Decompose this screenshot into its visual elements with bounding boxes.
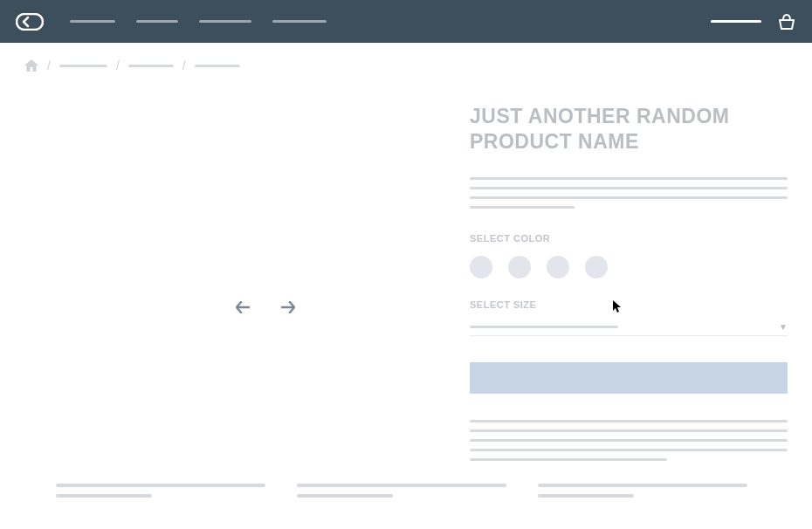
color-swatch-4[interactable] [585, 256, 608, 278]
thumb-line [297, 494, 393, 498]
desc-line [470, 420, 788, 423]
thumbnail-row [0, 468, 812, 498]
desc-line [470, 187, 788, 189]
logo-icon[interactable] [16, 13, 44, 31]
product-extra-info [470, 420, 788, 461]
next-arrow-icon[interactable] [281, 301, 295, 313]
size-select-placeholder [470, 326, 618, 328]
nav-item-2[interactable] [136, 20, 178, 23]
thumb-line [538, 494, 634, 498]
desc-line [470, 429, 788, 432]
thumb-line [56, 494, 152, 498]
nav-item-3[interactable] [199, 20, 251, 23]
select-size-label: SELECT SIZE [470, 299, 788, 310]
product-main: JUST ANOTHER RANDOM PRODUCT NAME SELECT … [0, 72, 812, 468]
crumb-separator: / [47, 58, 51, 72]
thumbnail-1[interactable] [56, 484, 274, 498]
home-icon[interactable] [24, 59, 38, 72]
breadcrumb-item-3[interactable] [195, 65, 240, 67]
breadcrumb-item-2[interactable] [128, 65, 174, 67]
thumbnail-2[interactable] [297, 484, 515, 498]
desc-line [470, 458, 667, 461]
breadcrumb-item-1[interactable] [59, 65, 107, 67]
crumb-separator: / [182, 58, 186, 72]
header-action-link[interactable] [711, 20, 761, 23]
size-select[interactable]: ▼ [470, 322, 788, 336]
prev-arrow-icon[interactable] [236, 301, 250, 313]
thumb-line [538, 484, 747, 487]
svg-rect-0 [17, 14, 43, 30]
basket-icon[interactable] [777, 13, 796, 31]
thumb-line [297, 484, 506, 487]
nav-item-1[interactable] [70, 20, 115, 23]
add-to-cart-button[interactable] [470, 362, 788, 394]
color-swatches [470, 256, 788, 278]
desc-line [470, 206, 575, 209]
header-actions [711, 13, 796, 31]
product-gallery [24, 99, 435, 468]
thumbnail-3[interactable] [538, 484, 756, 498]
color-swatch-3[interactable] [547, 256, 569, 278]
desc-line [470, 177, 788, 180]
product-description [470, 177, 788, 209]
breadcrumb: / / / [0, 43, 812, 72]
chevron-down-icon: ▼ [779, 322, 788, 332]
color-swatch-1[interactable] [470, 256, 492, 278]
nav-item-4[interactable] [272, 20, 327, 23]
desc-line [470, 439, 788, 442]
product-title: JUST ANOTHER RANDOM PRODUCT NAME [470, 104, 788, 155]
desc-line [470, 196, 788, 199]
select-color-label: SELECT COLOR [470, 233, 788, 244]
color-swatch-2[interactable] [508, 256, 531, 278]
crumb-separator: / [116, 58, 120, 72]
thumb-line [56, 484, 265, 487]
main-header [0, 0, 812, 43]
gallery-nav [236, 301, 295, 313]
desc-line [470, 449, 788, 451]
nav-menu [70, 20, 327, 23]
product-details: JUST ANOTHER RANDOM PRODUCT NAME SELECT … [470, 99, 788, 468]
